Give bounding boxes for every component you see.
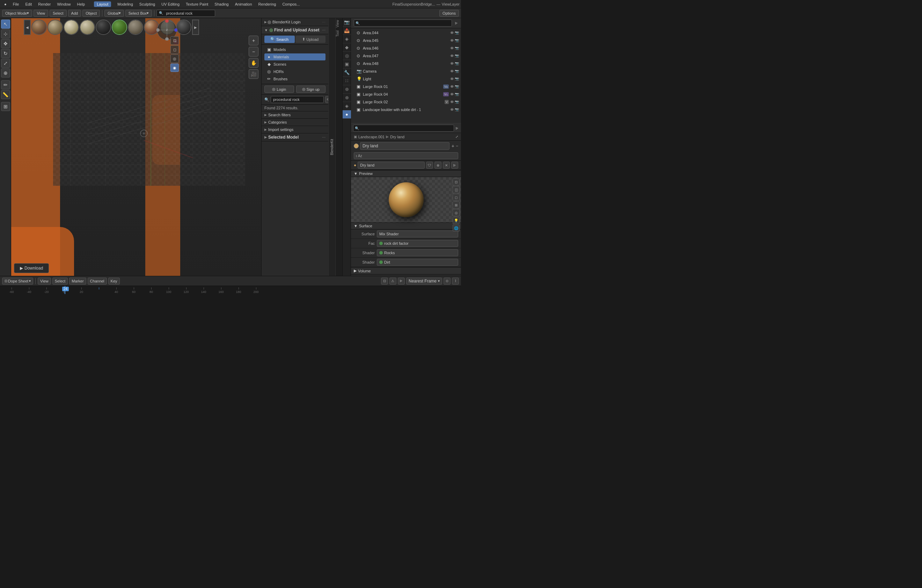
prop-output-icon[interactable]: 📤 (343, 26, 351, 35)
render-icon-6[interactable]: 📷 (455, 77, 459, 81)
mode-uv-editing[interactable]: UV Editing (159, 2, 182, 7)
bk-search-input[interactable] (271, 96, 324, 103)
timeline-prop-btn[interactable]: ⌇ (452, 278, 459, 284)
viewport-options-btn[interactable]: Options (439, 10, 459, 17)
timeline-sync-btn[interactable]: ⊡ (381, 278, 388, 284)
visibility-icon-3[interactable]: 👁 (450, 54, 454, 58)
add-menu[interactable]: Add (68, 10, 82, 17)
solid-view-btn[interactable]: ⊡ (170, 36, 179, 45)
login-button[interactable]: ◎ Login (264, 85, 294, 93)
breadcrumb-obj[interactable]: Landscape.001 (358, 135, 384, 139)
menu-render[interactable]: Render (35, 2, 54, 7)
shader2-value[interactable]: Dirt (377, 259, 458, 266)
timeline-view-btn[interactable]: View (38, 278, 51, 284)
tool-vertical-tab[interactable]: Tool (336, 29, 342, 38)
mode-layout[interactable]: Layout (91, 2, 114, 7)
wire-view-btn[interactable]: ◻ (170, 46, 179, 54)
outliner-search-input[interactable] (360, 20, 450, 26)
volume-header[interactable]: ▶ Volume (351, 268, 461, 274)
prop-constraints-icon[interactable]: ⊗ (343, 93, 351, 102)
outliner-item-area047[interactable]: ⊙ Area.047 👁 📷 (351, 52, 461, 60)
preview-btn-3[interactable]: ◻ (453, 194, 459, 201)
outliner-item-rock02[interactable]: ▣ Large Rock 02 V 👁 📷 (351, 98, 461, 106)
measure-tool[interactable]: 📏 (1, 90, 10, 99)
prop-data-icon[interactable]: ◈ (343, 102, 351, 110)
mat-copy-btn[interactable]: ⊕ (435, 162, 441, 169)
mat-filter-btn[interactable]: ⫸ (455, 126, 459, 130)
select-menu[interactable]: Select (50, 10, 67, 17)
mat-shield-btn[interactable]: 🛡 (426, 162, 433, 169)
mat-node-btn[interactable]: ⫸ (451, 162, 458, 169)
import-settings-row[interactable]: ▶ Import settings (262, 126, 328, 133)
visibility-icon-0[interactable]: 👁 (450, 31, 454, 35)
render-icon-1[interactable]: 📷 (455, 38, 459, 42)
preview-btn-7[interactable]: 🌐 (453, 224, 459, 232)
visibility-icon-6[interactable]: 👁 (450, 77, 454, 81)
prop-particles-icon[interactable]: ∷ (343, 77, 351, 85)
prop-world-icon[interactable]: ◎ (343, 52, 351, 60)
visibility-icon-1[interactable]: 👁 (450, 38, 454, 42)
timeline-select-btn[interactable]: Select (52, 278, 68, 284)
visibility-icon-5[interactable]: 👁 (450, 69, 454, 74)
viewport-3d[interactable]: ◀ (11, 18, 261, 276)
breadcrumb-expand[interactable]: ⤢ (455, 135, 458, 139)
mode-animation[interactable]: Animation (232, 2, 255, 7)
search-filters-row[interactable]: ▶ Search filters (262, 111, 328, 119)
object-mode-selector[interactable]: Object Mode ▾ (2, 10, 32, 17)
timeline-marker-btn[interactable]: Marker (69, 278, 86, 284)
viewport-search-input[interactable] (164, 10, 213, 17)
outliner-item-rock04[interactable]: ▣ Large Rock 04 V₅ 👁 📷 (351, 90, 461, 98)
mode-rendering[interactable]: Rendering (256, 2, 279, 7)
prop-material-icon[interactable]: ● (343, 110, 351, 119)
outliner-item-area046[interactable]: ⊙ Area.046 👁 📷 (351, 44, 461, 52)
view-vertical-tab[interactable]: View (336, 18, 342, 29)
preview-btn-4[interactable]: ⊞ (453, 201, 459, 209)
mat-sort-btn[interactable]: ↕ Az (354, 152, 458, 159)
render-icon-2[interactable]: 📷 (455, 46, 459, 50)
menu-edit[interactable]: Edit (22, 2, 34, 7)
pivot-selector[interactable]: Select Box ▾ (125, 10, 152, 17)
visibility-icon-2[interactable]: 👁 (450, 46, 454, 50)
outliner-item-area048[interactable]: ⊙ Area.048 👁 📷 (351, 60, 461, 67)
timeline-snap-btn[interactable]: ⊙ (443, 278, 451, 284)
preview-btn-2[interactable]: ◫ (453, 186, 459, 193)
outliner-item-light[interactable]: 💡 Light 👁 📷 (351, 75, 461, 83)
outliner-item-rock01[interactable]: ▣ Large Rock 01 V₃ 👁 📷 (351, 83, 461, 90)
asset-type-brushes[interactable]: ✏ Brushes (264, 75, 325, 82)
render-icon-3[interactable]: 📷 (455, 54, 459, 58)
prop-render-icon[interactable]: 📷 (343, 18, 351, 26)
visibility-icon-9[interactable]: 👁 (450, 100, 454, 104)
render-view-btn[interactable]: ◉ (170, 64, 179, 72)
mode-texture-paint[interactable]: Texture Paint (183, 2, 211, 7)
visibility-icon-4[interactable]: 👁 (450, 62, 454, 65)
selected-model-options[interactable]: ⋯ (322, 136, 325, 139)
view-menu[interactable]: View (34, 10, 48, 17)
visibility-icon-8[interactable]: 👁 (450, 92, 454, 96)
find-upload-header[interactable]: ▼ ◎ Find and Upload Asset ⋯ (262, 26, 328, 34)
prop-object-icon[interactable]: ▣ (343, 60, 351, 69)
render-icon-8[interactable]: 📷 (455, 92, 459, 96)
preview-header[interactable]: ▼ Preview (351, 170, 461, 177)
annotate-tool[interactable]: ✏ (1, 80, 10, 90)
shader1-value[interactable]: Rocks (377, 249, 458, 256)
preview-btn-6[interactable]: 💡 (453, 217, 459, 224)
menu-file[interactable]: File (10, 2, 22, 7)
timeline-channel-btn[interactable]: Channel (88, 278, 107, 284)
outliner-item-camera[interactable]: 📷 Camera 👁 📷 (351, 67, 461, 75)
scale-tool[interactable]: ⤢ (1, 59, 10, 68)
mode-sculpting[interactable]: Sculpting (137, 2, 158, 7)
mode-shading[interactable]: Shading (212, 2, 231, 7)
prop-view-layer-icon[interactable]: ◈ (343, 35, 351, 43)
material-view-btn[interactable]: ◎ (170, 54, 179, 63)
add-cube-tool[interactable]: ⊞ (1, 102, 10, 111)
prop-physics-icon[interactable]: ⊛ (343, 85, 351, 93)
visibility-icon-10[interactable]: 👁 (450, 108, 454, 112)
move-tool[interactable]: ✥ (1, 39, 10, 48)
timeline-filter-btn[interactable]: ⫸ (398, 278, 405, 284)
select-tool[interactable]: ↖ (1, 20, 10, 29)
preview-btn-1[interactable]: ⊡ (453, 178, 459, 185)
breadcrumb-mat[interactable]: Dry land (390, 135, 404, 139)
fac-value[interactable]: rock dirt factor (377, 240, 458, 247)
signup-button[interactable]: ◎ Sign up (296, 85, 326, 93)
asset-type-scenes[interactable]: ◆ Scenes (264, 61, 325, 68)
